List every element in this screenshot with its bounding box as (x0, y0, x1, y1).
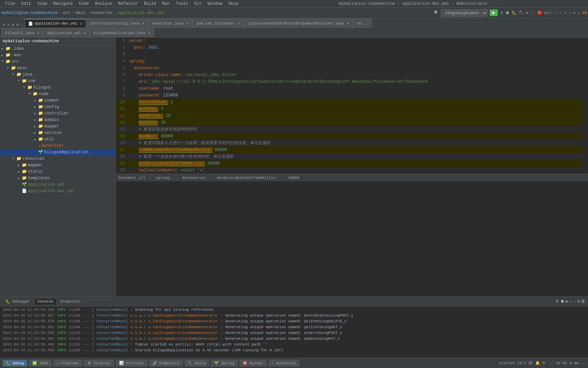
value-path: 30000 (288, 176, 299, 180)
problems-button[interactable]: ⚠ Problems (53, 360, 82, 366)
close-tab-icon-6[interactable]: ✕ (37, 31, 39, 35)
menu-edit[interactable]: Edit (19, 1, 34, 7)
tree-item-app-yml[interactable]: 🌱 application.yml (0, 181, 115, 188)
tab-pom[interactable]: pom.xml (kilogod) ✕ (193, 19, 243, 28)
tree-item-util[interactable]: ▶ 📁 util (0, 136, 115, 142)
tree-item-res-mapper[interactable]: ▶ 📁 mapper (0, 162, 115, 168)
tree-item-idea[interactable]: ▶ 📁 .idea (0, 45, 115, 52)
tree-item-mapper[interactable]: ▶ 📁 mapper (0, 123, 115, 129)
tab-endpoints[interactable]: Endpoints (58, 298, 83, 305)
tree-item-src[interactable]: ▼ 📁 src (0, 58, 115, 65)
arrow-icon (18, 183, 22, 186)
folder-icon: 📁 (22, 78, 27, 83)
tab-application-yml[interactable]: application.yml ✕ (43, 28, 89, 37)
log-line: 2023-04-26 21:24:58.456 INFO 11188 --- [… (3, 348, 585, 353)
folder-icon: 📁 (38, 98, 43, 103)
code-line-14: 14 # 配置获取连接等待超时的时间 (116, 126, 583, 133)
tree-item-config[interactable]: ▶ 📁 config (0, 104, 115, 110)
folder-icon: 📁 (38, 117, 43, 122)
tree-item-controller[interactable]: ▶ 📁 controller (0, 110, 115, 117)
runner-button[interactable]: 🎯 Runner (240, 360, 266, 366)
close-tab-icon-2[interactable]: ✕ (142, 21, 145, 26)
close-tab-icon-7[interactable]: ✕ (83, 31, 86, 35)
tree-item-static[interactable]: ▶ 📁 static (0, 168, 115, 175)
endpoints-button[interactable]: 🔗 Endpoints (149, 360, 183, 366)
autobuild-button[interactable]: ⚡ Autobuild (268, 360, 299, 366)
tree-item-mvn[interactable]: ▶ 📁 .mvn (0, 52, 115, 58)
tree-item-service[interactable]: ▶ 📁 service (0, 129, 115, 136)
run-button[interactable]: ▶ (490, 10, 498, 16)
menu-analyze[interactable]: Analyze (92, 1, 115, 7)
menu-navigate[interactable]: Navigate (50, 1, 76, 7)
tree-item-kilogod-app[interactable]: 🌱 KilogodApplication (0, 149, 115, 155)
console-wrap-icon[interactable]: ↔ (574, 299, 576, 304)
app-selector[interactable]: KilogodApplication (441, 9, 488, 17)
warning-badge[interactable]: ⚠ 29 (578, 11, 587, 15)
tree-item-common[interactable]: ▶ 📁 common (0, 97, 115, 104)
arrow-icon: ▶ (34, 105, 38, 109)
tab-us[interactable]: Us... (353, 19, 372, 28)
tab-application-dev-yml[interactable]: 📄 application-dev.yml ✕ (24, 19, 86, 28)
tab-login-handler[interactable]: LoginUserHandlerMethodArgumentResolver.j… (244, 19, 353, 28)
main-layout: mybatisplus-codemachine ▶ 📁 .idea ▶ 📁 .m… (0, 37, 588, 296)
tab-generator[interactable]: Generator.java ✕ (148, 19, 192, 28)
close-tab-icon-3[interactable]: ✕ (186, 21, 189, 26)
search-icon[interactable]: 🔍 (434, 10, 439, 15)
console-scroll-icon[interactable]: ↕ (570, 299, 572, 304)
spring-button[interactable]: 🌱 Spring (211, 360, 238, 366)
arrow-icon (34, 144, 38, 148)
menu-git[interactable]: Git (192, 1, 205, 7)
tree-item-resources[interactable]: ▼ 📁 resources (0, 155, 115, 162)
tab-fileutil[interactable]: FileUtil.java ✕ (1, 28, 43, 37)
tree-item-code[interactable]: ▼ 📁 code (0, 91, 115, 97)
console-panel: 🐛 Debugger Console Endpoints ⏸ ⏹ ▶ ↕ ↔ ⚙… (0, 296, 588, 358)
console-clear-icon[interactable]: 🗑 (581, 299, 585, 304)
close-tab-icon[interactable]: ✕ (80, 21, 82, 26)
code-line-1: 1 server: (116, 37, 583, 44)
tab-console[interactable]: Console (34, 298, 56, 305)
console-resume-icon[interactable]: ▶ (566, 299, 568, 304)
close-tab-icon-8[interactable]: ✕ (148, 31, 150, 35)
close-tab-icon-4[interactable]: ✕ (238, 21, 240, 26)
tree-item-generator[interactable]: ☕ Generator (0, 142, 115, 149)
tabs-nav-icons[interactable]: ⚙ ≡ ⇅ ⚙ — (3, 22, 23, 27)
menu-view[interactable]: View (35, 1, 50, 7)
close-tab-icon-5[interactable]: ✕ (347, 21, 349, 26)
arrow-icon: ▶ (18, 170, 22, 174)
menu-file[interactable]: File (3, 1, 18, 7)
menu-build[interactable]: Build (141, 1, 159, 7)
tree-item-app-dev-yml[interactable]: 📄 application-dev.yml (0, 188, 115, 194)
code-line-5: 5 datasource: (116, 65, 583, 72)
menu-code[interactable]: Code (76, 1, 92, 7)
menu-help[interactable]: Help (226, 1, 241, 7)
terminal-button[interactable]: 🖥 Terminal (84, 360, 114, 366)
menu-refactor[interactable]: Refactor (115, 1, 141, 7)
menu-tools[interactable]: Tools (173, 1, 191, 7)
time-display: 19:38 (556, 361, 567, 365)
console-pause-icon[interactable]: ⏸ (555, 299, 559, 304)
tab-debugger[interactable]: 🐛 Debugger (3, 298, 33, 305)
debug-button[interactable]: 🐛 Debug (3, 360, 27, 366)
tree-item-com[interactable]: ▼ 📁 com (0, 78, 115, 84)
editor-area[interactable]: 1 server: 2 port: 8001 3 4 spring: 5 da (116, 37, 588, 296)
menu-run[interactable]: Run (160, 1, 173, 7)
tree-item-kilogod[interactable]: ▼ 📁 kilogod (0, 84, 115, 91)
menu-window[interactable]: Window (205, 1, 225, 7)
console-content: 2023-04-26 21:24:58.265 INFO 11160 --- [… (0, 306, 588, 358)
window-title: mybatisplus-codemachine - application-de… (242, 1, 585, 6)
log-line: 2023-04-26 21:24:58.367 INFO 11160 --- [… (3, 313, 585, 319)
todo-button[interactable]: ✅ TODO (29, 360, 51, 366)
tree-item-main[interactable]: ▼ 📁 main (0, 65, 115, 71)
build-button[interactable]: 🔨 Build (185, 360, 209, 366)
tree-item-domain[interactable]: ▶ 📁 domain (0, 117, 115, 123)
tab-interceptor-config[interactable]: InterceptorConfig.java ✕ (86, 19, 148, 28)
tree-item-java[interactable]: ▼ 📁 java (0, 71, 115, 78)
sidebar-header: mybatisplus-codemachine (0, 37, 115, 45)
tree-item-templates[interactable]: ▶ 📁 templates (0, 175, 115, 181)
tab-kilogod-app[interactable]: KilogodApplication.java ✕ (90, 28, 154, 37)
profiler-button[interactable]: 📊 Profiler (116, 360, 147, 366)
code-line-4: 4 spring: (116, 58, 583, 65)
console-settings-icon[interactable]: ⚙ (577, 299, 580, 304)
git-status: Git: ✓ ✓ ✓ ✓ ↺ (544, 11, 576, 15)
console-stop-icon[interactable]: ⏹ (560, 299, 565, 304)
